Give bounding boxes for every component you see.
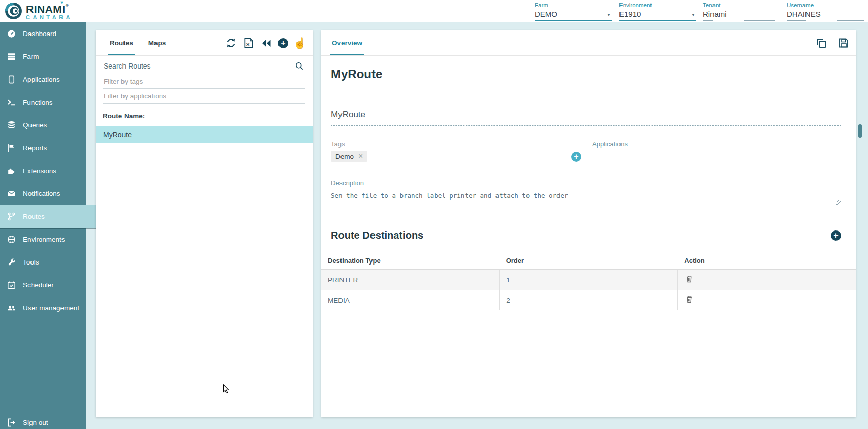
application-window: RINAMI▾® CANTARA Farm DEMO ▼ Environment… — [0, 0, 868, 429]
route-detail-content: MyRoute MyRoute Tags Demo × + Applicatio… — [321, 67, 856, 310]
environment-label: Environment — [619, 2, 696, 8]
sidebar-item-label: Scheduler — [23, 281, 54, 289]
sidebar-item-label: User management — [23, 304, 79, 312]
logo-line2: CANTARA — [26, 15, 73, 20]
excel-export-icon[interactable]: x — [242, 37, 255, 49]
brand-logo: RINAMI▾® CANTARA — [4, 2, 73, 22]
environment-field: Environment E1910 ▼ — [619, 2, 696, 21]
environment-select[interactable]: E1910 ▼ — [619, 8, 696, 21]
tab-routes[interactable]: Routes — [109, 30, 134, 55]
sidebar-item-applications[interactable]: Applications — [0, 68, 86, 91]
save-icon[interactable] — [838, 37, 850, 49]
add-route-icon[interactable]: + — [278, 38, 288, 48]
svg-text:x: x — [246, 41, 249, 47]
filter-tags-row — [103, 74, 305, 89]
route-destinations-title: Route Destinations — [331, 229, 423, 241]
server-stack-icon — [7, 52, 16, 61]
sidebar-item-notifications[interactable]: Notifications — [0, 182, 86, 205]
sidebar-item-queries[interactable]: Queries — [0, 114, 86, 137]
logo-line1: RINAMI▾® — [26, 3, 69, 15]
cell-order: 1 — [500, 270, 678, 290]
logo-text: RINAMI▾® CANTARA — [26, 4, 73, 20]
route-name: MyRoute — [103, 130, 132, 139]
sidebar-item-label: Dashboard — [23, 30, 56, 38]
tags-chip-row: Demo × + — [331, 151, 581, 162]
search-icon[interactable] — [293, 60, 305, 72]
filter-by-applications-input[interactable] — [103, 92, 305, 101]
filter-by-tags-input[interactable] — [103, 77, 305, 86]
sidebar-item-label: Tools — [23, 258, 39, 266]
sidebar-item-label: Environments — [23, 236, 65, 243]
sidebar-item-functions[interactable]: Functions — [0, 91, 86, 114]
puzzle-icon — [7, 166, 16, 176]
route-list-item-selected[interactable]: MyRoute — [96, 126, 313, 143]
search-routes-row — [103, 58, 305, 74]
route-destinations-header: Route Destinations + — [331, 229, 841, 241]
detail-toolbar — [815, 30, 856, 55]
sidebar-item-reports[interactable]: Reports — [0, 137, 86, 159]
scrollbar-thumb[interactable] — [858, 124, 862, 138]
copy-icon[interactable] — [815, 37, 827, 49]
rewind-icon[interactable] — [260, 37, 272, 49]
sign-out-icon — [7, 418, 16, 427]
sidebar-item-routes[interactable]: Routes — [0, 205, 97, 228]
sidebar-item-tools[interactable]: Tools — [0, 251, 86, 274]
table-row[interactable]: MEDIA 2 — [321, 290, 856, 310]
farm-field: Farm DEMO ▼ — [535, 2, 612, 21]
logo-accent-icon: ▾ — [61, 1, 64, 5]
tablet-icon — [7, 75, 16, 84]
sidebar-item-label: Reports — [23, 144, 47, 152]
routes-panel-tabs: Routes Maps x + ☝ — [96, 30, 313, 56]
remove-tag-icon[interactable]: × — [358, 152, 363, 160]
sidebar-item-dashboard[interactable]: Dashboard — [0, 22, 86, 45]
route-detail-panel: Overview MyRoute MyRoute Tags Demo × + — [321, 30, 856, 417]
column-action: Action — [677, 252, 856, 270]
tags-field: Tags Demo × + — [331, 140, 581, 167]
username-value: DHAINES — [787, 8, 864, 21]
tab-maps[interactable]: Maps — [147, 30, 167, 55]
dashboard-icon — [7, 29, 16, 39]
sidebar-item-label: Queries — [23, 121, 47, 129]
column-destination-type: Destination Type — [321, 252, 500, 270]
envelope-icon — [7, 189, 16, 199]
farm-label: Farm — [535, 2, 612, 8]
page-title: MyRoute — [331, 67, 841, 81]
username-label: Username — [787, 2, 864, 8]
sidebar-item-farm[interactable]: Farm — [0, 45, 86, 68]
destinations-table-header: Destination Type Order Action — [321, 252, 856, 270]
add-tag-icon[interactable]: + — [571, 152, 581, 162]
tag-chip-label: Demo — [335, 153, 354, 160]
route-name-input[interactable]: MyRoute — [331, 110, 841, 126]
users-group-icon — [7, 303, 16, 313]
applications-field[interactable]: Applications — [592, 140, 841, 167]
delete-destination-icon[interactable] — [685, 274, 694, 284]
description-textarea[interactable]: Sen the file to a branch label printer a… — [331, 192, 841, 200]
refresh-icon[interactable] — [225, 37, 237, 49]
delete-destination-icon[interactable] — [685, 294, 694, 304]
sidebar-item-environments[interactable]: Environments — [0, 228, 86, 251]
tag-chip: Demo × — [331, 151, 367, 162]
resize-handle[interactable] — [836, 200, 841, 205]
chevron-down-icon: ▼ — [607, 13, 611, 17]
sign-out-button[interactable]: Sign out — [0, 411, 93, 429]
tenant-field: Tenant Rinami — [703, 2, 780, 21]
chevron-down-icon: ▼ — [691, 13, 695, 17]
cell-order: 2 — [500, 290, 678, 310]
applications-label: Applications — [592, 140, 841, 148]
sidebar-item-extensions[interactable]: Extensions — [0, 159, 86, 182]
registered-mark: ® — [66, 3, 69, 8]
sidebar-nav: Dashboard Farm Applications Functions Qu… — [0, 22, 86, 429]
sidebar-item-label: Notifications — [23, 190, 60, 197]
tab-overview[interactable]: Overview — [331, 30, 363, 55]
sidebar-item-user-management[interactable]: User management — [0, 296, 86, 319]
hand-tool-icon[interactable]: ☝ — [294, 37, 306, 49]
add-destination-icon[interactable]: + — [831, 230, 841, 241]
cell-destination-type: MEDIA — [321, 290, 500, 310]
route-list-header: Route Name: — [96, 104, 313, 126]
farm-select[interactable]: DEMO ▼ — [535, 8, 612, 21]
table-row[interactable]: PRINTER 1 — [321, 270, 856, 290]
tenant-value: Rinami — [703, 8, 780, 21]
sidebar-item-scheduler[interactable]: Scheduler — [0, 274, 86, 296]
search-routes-input[interactable] — [103, 61, 293, 71]
database-icon — [7, 120, 16, 130]
